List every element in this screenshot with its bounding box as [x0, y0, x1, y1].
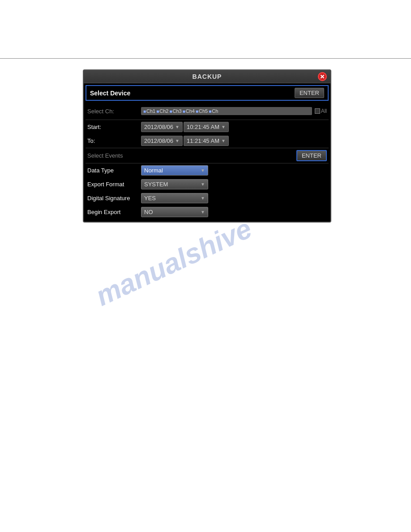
channel-chip-ch4[interactable]: ■ Ch4	[183, 108, 195, 114]
backup-dialog: BACKUP Select Device ENTER Select Ch: ■ …	[83, 69, 331, 223]
dialog-body: Select Device ENTER Select Ch: ■ Ch1 ■ C…	[84, 85, 330, 222]
channel-row: Select Ch: ■ Ch1 ■ Ch2 ■ Ch3 ■ Ch4	[84, 103, 330, 120]
to-date-value: 2012/08/06	[144, 137, 173, 144]
to-date-arrow: ▼	[175, 138, 180, 143]
start-time-value: 10:21:45 AM	[187, 124, 219, 130]
digital-signature-dropdown[interactable]: YES ▼	[141, 193, 208, 203]
export-format-label: Export Format	[87, 181, 141, 188]
dialog-titlebar: BACKUP	[84, 70, 330, 83]
all-checkbox[interactable]	[315, 108, 320, 114]
data-type-label: Data Type	[87, 167, 141, 174]
channel-chip-x-ch5: ■	[196, 109, 198, 114]
select-events-label: Select Events	[87, 152, 123, 159]
all-label: All	[315, 108, 327, 114]
start-date-field[interactable]: 2012/08/06 ▼	[141, 122, 183, 132]
channel-chip-ch3[interactable]: ■ Ch3	[169, 108, 181, 114]
channels-container: ■ Ch1 ■ Ch2 ■ Ch3 ■ Ch4 ■ Ch5	[141, 107, 312, 115]
export-format-row: Export Format SYSTEM ▼	[84, 177, 330, 191]
start-date-value: 2012/08/06	[144, 124, 173, 130]
begin-export-dropdown[interactable]: NO ▼	[141, 207, 208, 217]
channel-chip-x-ch1: ■	[143, 109, 146, 114]
data-type-value: Normal	[144, 167, 163, 174]
channel-chip-label-ch3: Ch3	[173, 108, 182, 114]
to-time-value: 11:21:45 AM	[187, 137, 219, 144]
channel-chip-x-ch2: ■	[156, 109, 159, 114]
select-events-enter-button[interactable]: ENTER	[296, 150, 327, 161]
digital-signature-row: Digital Signature YES ▼	[84, 191, 330, 205]
select-device-row: Select Device ENTER	[86, 85, 329, 101]
begin-export-value: NO	[144, 209, 153, 215]
begin-export-label: Begin Export	[87, 209, 141, 215]
digital-signature-value: YES	[144, 195, 156, 202]
data-type-dropdown[interactable]: Normal ▼	[141, 165, 208, 176]
channel-chip-ch2[interactable]: ■ Ch2	[156, 108, 168, 114]
select-device-enter-button[interactable]: ENTER	[295, 88, 324, 98]
channel-label: Select Ch:	[87, 108, 141, 115]
start-row: Start: 2012/08/06 ▼ 10:21:45 AM ▼	[84, 120, 330, 134]
data-type-arrow: ▼	[201, 168, 205, 173]
select-device-label: Select Device	[90, 90, 130, 97]
channel-chip-x-ch4: ■	[183, 109, 185, 114]
begin-export-arrow: ▼	[201, 210, 205, 215]
select-events-row: Select Events ENTER	[84, 148, 330, 163]
start-label: Start:	[87, 124, 141, 130]
top-divider	[0, 58, 411, 59]
watermark: manualshive	[91, 212, 257, 312]
channel-chip-label-ch6: Ch	[212, 108, 218, 114]
channel-chip-label-ch5: Ch5	[199, 108, 208, 114]
data-type-row: Data Type Normal ▼	[84, 163, 330, 177]
channel-chip-x-ch3: ■	[169, 109, 172, 114]
channel-chip-ch5[interactable]: ■ Ch5	[196, 108, 208, 114]
export-format-dropdown[interactable]: SYSTEM ▼	[141, 179, 208, 189]
start-time-arrow: ▼	[221, 124, 226, 129]
channel-chip-x-ch6: ■	[209, 109, 211, 114]
digital-signature-arrow: ▼	[201, 196, 205, 201]
start-time-field[interactable]: 10:21:45 AM ▼	[184, 122, 229, 132]
to-row: To: 2012/08/06 ▼ 11:21:45 AM ▼	[84, 134, 330, 148]
to-time-arrow: ▼	[221, 138, 226, 143]
export-format-arrow: ▼	[201, 182, 205, 187]
close-button[interactable]	[318, 72, 327, 81]
channel-chip-label-ch1: Ch1	[146, 108, 155, 114]
all-text: All	[321, 108, 327, 114]
to-date-field[interactable]: 2012/08/06 ▼	[141, 136, 183, 146]
to-label: To:	[87, 137, 141, 144]
export-format-value: SYSTEM	[144, 181, 168, 188]
channel-chip-label-ch4: Ch4	[186, 108, 195, 114]
channel-chip-ch1[interactable]: ■ Ch1	[143, 108, 155, 114]
dialog-title: BACKUP	[193, 73, 222, 80]
begin-export-row: Begin Export NO ▼	[84, 205, 330, 219]
channel-chip-label-ch2: Ch2	[159, 108, 168, 114]
channel-chip-ch6[interactable]: ■ Ch	[209, 108, 218, 114]
start-date-time-group: 2012/08/06 ▼ 10:21:45 AM ▼	[141, 122, 327, 132]
to-date-time-group: 2012/08/06 ▼ 11:21:45 AM ▼	[141, 136, 327, 146]
start-date-arrow: ▼	[175, 124, 180, 129]
digital-signature-label: Digital Signature	[87, 195, 141, 202]
to-time-field[interactable]: 11:21:45 AM ▼	[184, 136, 229, 146]
